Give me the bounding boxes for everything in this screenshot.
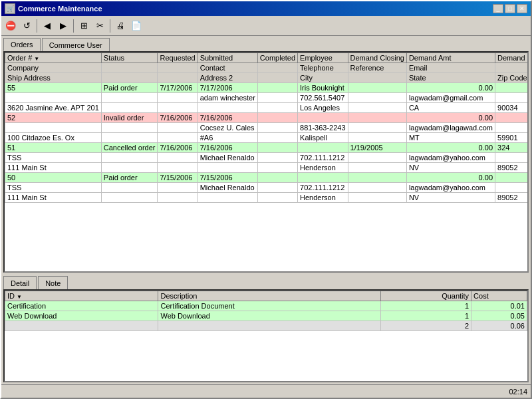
detail-row[interactable]: Web Download Web Download 1 0.05 [5, 311, 527, 321]
subh2-state: State [406, 73, 495, 83]
subh2-empty3 [257, 73, 297, 83]
tab-commerce-user[interactable]: Commerce User [42, 38, 110, 51]
cell-telephone: 702.561.5407 [298, 93, 348, 103]
cell-empty [257, 133, 297, 143]
cell-zip: 59901 [495, 133, 529, 143]
orders-table-container[interactable]: Order # ▼ Status Requested Submitted Com… [3, 51, 529, 273]
cell-email: lagwadam@lagawad.com [406, 123, 495, 133]
print-button[interactable]: 🖨 [113, 19, 128, 33]
cell-empty [257, 93, 297, 103]
detail-row[interactable]: Certification Certification Document 1 0… [5, 301, 527, 311]
cell-requested: 7/16/2006 [158, 143, 198, 153]
cell-empty [158, 153, 198, 163]
tab-orders[interactable]: Orders [3, 38, 41, 51]
cell-empty [495, 153, 529, 163]
close-button[interactable]: ✕ [517, 4, 527, 13]
detail-cell-description: Certification Document [158, 301, 381, 311]
cell-completed [257, 113, 297, 123]
subh-empty3 [257, 63, 297, 73]
maximize-button[interactable]: □ [505, 4, 515, 13]
cell-city: Los Angeles [298, 103, 348, 113]
table-row[interactable]: TSS Michael Renaldo 702.111.1212 lagwada… [5, 183, 529, 193]
cell-empty [158, 103, 198, 113]
refresh-button[interactable]: ↺ [19, 19, 34, 33]
subh-telephone: Telephone [298, 63, 348, 73]
table-row[interactable]: adam winchester 702.561.5407 lagwadam@gm… [5, 93, 529, 103]
col-requested: Requested [158, 53, 198, 63]
sort-icon: ▼ [17, 294, 22, 300]
subh-contact: Contact [198, 63, 257, 73]
main-tabs: Orders Commerce User [1, 36, 531, 51]
table-row[interactable]: TSS Michael Renaldo 702.111.1212 lagwada… [5, 153, 529, 163]
cell-employee [298, 113, 348, 123]
grid-button[interactable]: ⊞ [76, 19, 91, 33]
tab-note[interactable]: Note [38, 276, 68, 289]
app-icon: 🛒 [5, 3, 15, 14]
cell-zip: 89052 [495, 193, 529, 203]
table-row[interactable]: 111 Main St Henderson NV 89052 [5, 193, 529, 203]
cell-ship: 111 Main St [5, 193, 102, 203]
cell-empty [101, 183, 158, 193]
cell-status: Paid order [101, 173, 158, 183]
cell-state: NV [406, 193, 495, 203]
cell-contact: Michael Renaldo [198, 183, 257, 193]
cell-demand-amt: 0.00 [406, 143, 495, 153]
back-button[interactable]: ◀ [40, 19, 55, 33]
cell-company: TSS [5, 153, 102, 163]
stop-button[interactable]: ⛔ [3, 19, 18, 33]
cell-zip: 89052 [495, 163, 529, 173]
cell-demand-amt: 0.00 [406, 173, 495, 183]
status-bar: 02:14 [1, 384, 531, 398]
subh-company: Company [5, 63, 102, 73]
detail-table-container[interactable]: ID ▼ Description Quantity Cost Certifica… [3, 289, 529, 382]
cell-address2 [198, 193, 257, 203]
table-row[interactable]: 52 Invalid order 7/16/2006 7/16/2006 0.0… [5, 113, 529, 123]
detail-cell-id: Web Download [5, 311, 158, 321]
table-row[interactable]: 51 Cancelled order 7/16/2006 7/16/2006 1… [5, 143, 529, 153]
table-row[interactable]: 3620 Jasmine Ave. APT 201 Los Angeles CA… [5, 103, 529, 113]
cell-telephone: 702.111.1212 [298, 153, 348, 163]
cell-requested: 7/17/2006 [158, 83, 198, 93]
cell-order: 55 [5, 83, 102, 93]
col-status: Status [101, 53, 158, 63]
detail-cell-description-total [158, 321, 381, 331]
detail-cell-quantity: 1 [381, 301, 471, 311]
detail-col-description: Description [158, 291, 381, 301]
toolbar-separator-2 [73, 19, 74, 33]
cut-button[interactable]: ✂ [92, 19, 107, 33]
cell-demand-ref [495, 83, 529, 93]
cell-demand-closing: 1/19/2005 [348, 143, 406, 153]
main-window: 🛒 Commerce Maintenance _ □ ✕ ⛔ ↺ ◀ ▶ ⊞ ✂… [0, 0, 532, 399]
tab-commerce-user-label: Commerce User [49, 41, 102, 49]
cell-order: 52 [5, 113, 102, 123]
minimize-button[interactable]: _ [493, 4, 503, 13]
tab-note-label: Note [45, 279, 61, 287]
table-row[interactable]: 50 Paid order 7/15/2006 7/15/2006 0.00 [5, 173, 529, 183]
cell-demand-ref [495, 113, 529, 123]
cell-submitted: 7/15/2006 [198, 173, 257, 183]
cell-zip: 90034 [495, 103, 529, 113]
table-row[interactable]: 100 Citdazoe Es. Ox #A6 Kalispell MT 599… [5, 133, 529, 143]
cell-state: MT [406, 133, 495, 143]
table-row[interactable]: 55 Paid order 7/17/2006 7/17/2006 Iris B… [5, 83, 529, 93]
cell-reference [348, 183, 406, 193]
forward-button[interactable]: ▶ [56, 19, 70, 33]
subh2-address2: Address 2 [198, 73, 257, 83]
time-display: 02:14 [509, 388, 527, 396]
cell-city: Henderson [298, 163, 348, 173]
cell-reference [348, 123, 406, 133]
document-button[interactable]: 📄 [129, 19, 144, 33]
tab-detail[interactable]: Detail [3, 276, 37, 289]
table-row[interactable]: Cocsez U. Cales 881-363-2243 lagwadam@la… [5, 123, 529, 133]
cell-email: lagwadam@gmail.com [406, 93, 495, 103]
cell-ship: 3620 Jasmine Ave. APT 201 [5, 103, 102, 113]
cell-state: CA [406, 103, 495, 113]
cell-submitted: 7/16/2006 [198, 113, 257, 123]
title-bar-left: 🛒 Commerce Maintenance [5, 3, 102, 14]
cell-demand-closing [348, 83, 406, 93]
cell-completed [257, 143, 297, 153]
cell-contact: adam winchester [198, 93, 257, 103]
cell-employee [298, 173, 348, 183]
table-row[interactable]: 111 Main St Henderson NV 89052 [5, 163, 529, 173]
cell-city: Kalispell [298, 133, 348, 143]
